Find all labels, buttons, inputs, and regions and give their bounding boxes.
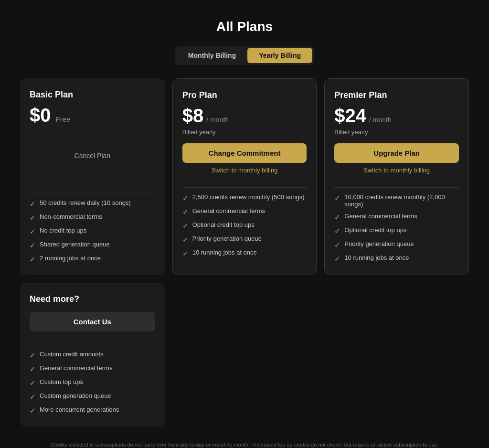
- pro-plan-card: Pro Plan $8 / month Billed yearly Change…: [172, 78, 317, 275]
- pro-plan-period: / month: [206, 116, 229, 124]
- need-more-feature-2: ✓ General commercial terms: [30, 364, 155, 373]
- premier-feature-1: ✓ 10,000 credits renew monthly (2,000 so…: [334, 193, 459, 208]
- basic-feature-4: ✓ Shared generation queue: [30, 241, 155, 250]
- need-more-check-4: ✓: [30, 393, 36, 401]
- premier-check-icon-5: ✓: [334, 255, 340, 263]
- basic-feature-1: ✓ 50 credits renew daily (10 songs): [30, 199, 155, 208]
- premier-feature-4: ✓ Priority generation queue: [334, 240, 459, 249]
- footer-note: Credits included in subscriptions do not…: [20, 441, 469, 448]
- premier-plan-action-button[interactable]: Upgrade Plan: [334, 143, 459, 163]
- premier-check-icon-2: ✓: [334, 213, 340, 222]
- check-icon-1: ✓: [30, 200, 36, 208]
- monthly-billing-tab[interactable]: Monthly Billing: [177, 48, 247, 63]
- basic-feature-3: ✓ No credit top ups: [30, 227, 155, 236]
- premier-plan-price: $24: [334, 105, 366, 127]
- billing-toggle: Monthly Billing Yearly Billing: [175, 46, 314, 65]
- premier-plan-period: / month: [369, 116, 392, 124]
- basic-plan-features: ✓ 50 credits renew daily (10 songs) ✓ No…: [30, 199, 155, 264]
- pro-plan-name: Pro Plan: [182, 90, 307, 100]
- basic-plan-price-row: $0 Free: [30, 105, 155, 126]
- contact-us-button[interactable]: Contact Us: [30, 312, 155, 331]
- pro-plan-price: $8: [182, 105, 204, 127]
- pro-check-icon-3: ✓: [182, 222, 189, 230]
- pro-plan-price-row: $8 / month: [182, 105, 307, 127]
- need-more-check-3: ✓: [30, 379, 36, 387]
- pro-check-icon-1: ✓: [182, 194, 189, 203]
- need-more-features: ✓ Custom credit amounts ✓ General commer…: [30, 351, 155, 415]
- need-more-feature-5: ✓ More concurrent generations: [30, 406, 155, 415]
- need-more-card: Need more? Contact Us ✓ Custom credit am…: [20, 283, 165, 427]
- footer-text-1: Credits included in subscriptions do not…: [39, 441, 450, 448]
- premier-switch-link[interactable]: Switch to monthly billing: [334, 167, 459, 174]
- basic-plan-divider: [30, 193, 155, 193]
- need-more-title: Need more?: [30, 294, 155, 304]
- premier-feature-5: ✓ 10 running jobs at once: [334, 254, 459, 263]
- check-icon-3: ✓: [30, 227, 36, 236]
- premier-plan-name: Premier Plan: [334, 90, 459, 100]
- check-icon-5: ✓: [30, 255, 36, 264]
- premier-check-icon-1: ✓: [334, 194, 340, 203]
- yearly-billing-tab[interactable]: Yearly Billing: [247, 48, 312, 63]
- pro-feature-3: ✓ Optional credit top ups: [182, 221, 307, 230]
- premier-feature-3: ✓ Optional credit top ups: [334, 226, 459, 235]
- basic-plan-name: Basic Plan: [30, 90, 155, 100]
- need-more-check-2: ✓: [30, 365, 36, 373]
- pro-plan-features: ✓ 2,500 credits renew monthly (500 songs…: [182, 193, 307, 258]
- pro-switch-link[interactable]: Switch to monthly billing: [182, 167, 307, 174]
- basic-plan-card: Basic Plan $0 Free Cancel Plan ✓ 50 cred…: [20, 78, 165, 275]
- premier-check-icon-4: ✓: [334, 241, 340, 249]
- need-more-feature-4: ✓ Custom generation queue: [30, 392, 155, 401]
- basic-plan-free-label: Free: [56, 115, 71, 123]
- pro-feature-5: ✓ 10 running jobs at once: [182, 249, 307, 258]
- page-title: All Plans: [20, 19, 469, 34]
- check-icon-4: ✓: [30, 241, 36, 250]
- empty-spacer: [172, 283, 469, 427]
- pro-feature-2: ✓ General commercial terms: [182, 207, 307, 216]
- premier-plan-card: Premier Plan $24 / month Billed yearly U…: [324, 78, 469, 275]
- pro-check-icon-4: ✓: [182, 235, 189, 244]
- bottom-row: Need more? Contact Us ✓ Custom credit am…: [20, 283, 469, 427]
- premier-feature-2: ✓ General commercial terms: [334, 213, 459, 222]
- pro-check-icon-2: ✓: [182, 208, 189, 216]
- basic-plan-cancel-area: Cancel Plan: [30, 136, 155, 176]
- basic-plan-price: $0: [30, 105, 51, 126]
- premier-plan-price-row: $24 / month: [334, 105, 459, 127]
- pro-feature-4: ✓ Priority generation queue: [182, 235, 307, 244]
- need-more-feature-3: ✓ Custom top ups: [30, 378, 155, 387]
- need-more-check-1: ✓: [30, 351, 36, 360]
- premier-billing-note: Billed yearly: [334, 128, 459, 136]
- pro-plan-action-button[interactable]: Change Commitment: [182, 143, 307, 163]
- check-icon-2: ✓: [30, 213, 36, 222]
- premier-check-icon-3: ✓: [334, 227, 340, 235]
- premier-plan-divider: [334, 187, 459, 188]
- basic-feature-5: ✓ 2 running jobs at once: [30, 255, 155, 264]
- premier-plan-features: ✓ 10,000 credits renew monthly (2,000 so…: [334, 193, 459, 263]
- need-more-feature-1: ✓ Custom credit amounts: [30, 351, 155, 360]
- pro-billing-note: Billed yearly: [182, 128, 307, 136]
- pro-plan-divider: [182, 187, 307, 188]
- cancel-plan-button[interactable]: Cancel Plan: [74, 152, 111, 160]
- basic-feature-2: ✓ Non-commercial terms: [30, 213, 155, 222]
- need-more-check-5: ✓: [30, 406, 36, 415]
- pro-check-icon-5: ✓: [182, 249, 189, 258]
- pro-feature-1: ✓ 2,500 credits renew monthly (500 songs…: [182, 193, 307, 203]
- plans-grid: Basic Plan $0 Free Cancel Plan ✓ 50 cred…: [20, 78, 469, 275]
